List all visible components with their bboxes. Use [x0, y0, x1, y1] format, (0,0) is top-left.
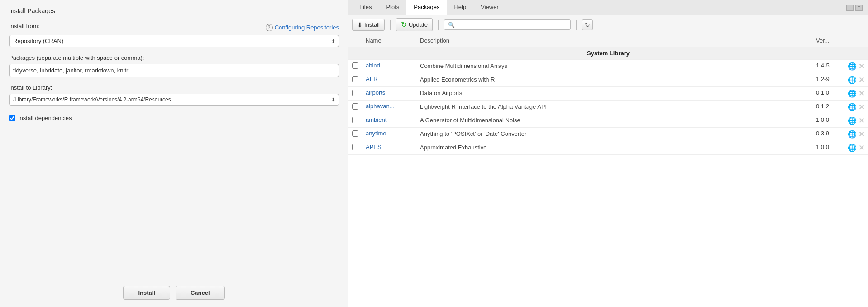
install-to-library-section: Install to Library: /Library/Frameworks/… [9, 84, 339, 106]
pkg-ver-1: 1.2-9 [816, 76, 830, 82]
button-row: Install Cancel [9, 277, 339, 300]
table-row: airports Data on Airports 0.1.0 🌐 ✕ [348, 87, 868, 101]
install-to-library-label: Install to Library: [9, 84, 339, 91]
dialog-title: Install Packages [9, 7, 339, 14]
pkg-name-4[interactable]: ambient [366, 116, 386, 123]
pkg-checkbox-5[interactable] [352, 130, 358, 137]
cancel-button[interactable]: Cancel [176, 286, 225, 300]
install-from-label: Install from: [9, 23, 39, 29]
pkg-desc-5: Anything to 'POSIXct' or 'Date' Converte… [420, 130, 526, 137]
pkg-ver-6: 1.0.0 [816, 144, 829, 150]
search-box: 🔍 [444, 19, 571, 30]
tab-help[interactable]: Help [447, 0, 473, 15]
pkg-actions-1: 🌐 ✕ [848, 76, 864, 84]
table-row: AER Applied Econometrics with R 1.2-9 🌐 … [348, 73, 868, 87]
globe-icon-6[interactable]: 🌐 [848, 144, 857, 152]
pkg-actions-4: 🌐 ✕ [848, 116, 864, 125]
toolbar-separator-2 [438, 20, 439, 30]
col-header-description: Description [416, 34, 812, 47]
install-from-select[interactable]: Repository (CRAN) [9, 35, 339, 47]
pkg-checkbox-6[interactable] [352, 144, 358, 150]
packages-panel: Files Plots Packages Help Viewer – □ ⬇ I… [348, 0, 868, 307]
packages-input[interactable] [9, 64, 339, 77]
configuring-repositories-link[interactable]: Configuring Repositories [275, 24, 339, 31]
pkg-desc-2: Data on Airports [420, 90, 462, 96]
tab-plots[interactable]: Plots [379, 0, 406, 15]
pkg-ver-0: 1.4-5 [816, 62, 830, 69]
remove-icon-0[interactable]: ✕ [858, 62, 864, 71]
pkg-name-2[interactable]: airports [366, 89, 385, 96]
globe-icon-4[interactable]: 🌐 [848, 116, 857, 125]
globe-icon-5[interactable]: 🌐 [848, 130, 857, 139]
pkg-checkbox-2[interactable] [352, 90, 358, 96]
pkg-name-0[interactable]: abind [366, 62, 380, 69]
pkg-ver-3: 0.1.2 [816, 103, 829, 110]
pkg-actions-3: 🌐 ✕ [848, 103, 864, 111]
packages-table-container: Name Description Ver... System Library a… [348, 34, 868, 307]
remove-icon-3[interactable]: ✕ [858, 103, 864, 111]
remove-icon-1[interactable]: ✕ [858, 76, 864, 84]
globe-icon-0[interactable]: 🌐 [848, 62, 857, 71]
maximize-button[interactable]: □ [855, 5, 863, 11]
pkg-desc-0: Combine Multidimensional Arrays [420, 62, 507, 69]
update-toolbar-button[interactable]: ↻ Update [396, 18, 433, 31]
pkg-name-5[interactable]: anytime [366, 130, 386, 137]
update-toolbar-label: Update [409, 21, 428, 28]
install-toolbar-button[interactable]: ⬇ Install [352, 19, 385, 31]
help-icon[interactable]: ? [266, 24, 273, 31]
window-controls: – □ [844, 5, 864, 11]
pkg-name-3[interactable]: alphavan... [366, 103, 395, 110]
pkg-desc-1: Applied Econometrics with R [420, 76, 495, 83]
system-library-header: System Library [348, 47, 868, 60]
globe-icon-2[interactable]: 🌐 [848, 89, 857, 98]
packages-label: Packages (separate multiple with space o… [9, 54, 339, 61]
table-header-row: Name Description Ver... [348, 34, 868, 47]
install-dependencies-row: Install dependencies [9, 115, 339, 121]
pkg-desc-6: Approximated Exhaustive [420, 144, 486, 151]
pkg-checkbox-0[interactable] [352, 62, 358, 69]
table-row: APES Approximated Exhaustive 1.0.0 🌐 ✕ [348, 141, 868, 155]
search-icon: 🔍 [448, 22, 455, 28]
pkg-actions-5: 🌐 ✕ [848, 130, 864, 139]
pkg-name-1[interactable]: AER [366, 76, 378, 82]
library-select[interactable]: /Library/Frameworks/R.framework/Versions… [9, 94, 339, 106]
tabs-bar: Files Plots Packages Help Viewer – □ [348, 0, 868, 15]
col-header-name: Name [362, 34, 416, 47]
tab-files[interactable]: Files [352, 0, 379, 15]
globe-icon-1[interactable]: 🌐 [848, 76, 857, 84]
install-toolbar-icon: ⬇ [357, 21, 362, 29]
pkg-ver-5: 0.3.9 [816, 130, 829, 137]
install-button[interactable]: Install [123, 286, 170, 300]
remove-icon-4[interactable]: ✕ [858, 116, 864, 125]
table-row: abind Combine Multidimensional Arrays 1.… [348, 60, 868, 73]
globe-icon-3[interactable]: 🌐 [848, 103, 857, 111]
pkg-desc-3: Lightweight R Interface to the Alpha Van… [420, 103, 547, 110]
table-row: ambient A Generator of Multidimensional … [348, 114, 868, 128]
update-toolbar-icon: ↻ [401, 20, 407, 29]
minimize-button[interactable]: – [846, 5, 854, 11]
remove-icon-6[interactable]: ✕ [858, 144, 864, 152]
pkg-checkbox-1[interactable] [352, 76, 358, 82]
pkg-desc-4: A Generator of Multidimensional Noise [420, 117, 520, 124]
pkg-ver-4: 1.0.0 [816, 116, 829, 123]
pkg-checkbox-3[interactable] [352, 103, 358, 110]
toolbar-separator [390, 20, 391, 30]
toolbar: ⬇ Install ↻ Update 🔍 ↻ [348, 15, 868, 34]
search-input[interactable] [458, 21, 567, 28]
remove-icon-5[interactable]: ✕ [858, 130, 864, 139]
pkg-name-6[interactable]: APES [366, 144, 382, 150]
configuring-link-row: ? Configuring Repositories [266, 24, 339, 31]
remove-icon-2[interactable]: ✕ [858, 89, 864, 98]
table-row: alphavan... Lightweight R Interface to t… [348, 101, 868, 114]
tab-packages[interactable]: Packages [406, 0, 447, 15]
pkg-checkbox-4[interactable] [352, 117, 358, 123]
refresh-button[interactable]: ↻ [582, 19, 593, 30]
install-dependencies-label: Install dependencies [18, 115, 72, 121]
pkg-actions-0: 🌐 ✕ [848, 62, 864, 71]
packages-section: Packages (separate multiple with space o… [9, 54, 339, 77]
tab-viewer[interactable]: Viewer [473, 0, 506, 15]
install-dependencies-checkbox[interactable] [9, 115, 15, 121]
pkg-actions-2: 🌐 ✕ [848, 89, 864, 98]
library-select-wrapper: /Library/Frameworks/R.framework/Versions… [9, 94, 339, 106]
install-packages-dialog: Install Packages Install from: ? Configu… [0, 0, 348, 307]
